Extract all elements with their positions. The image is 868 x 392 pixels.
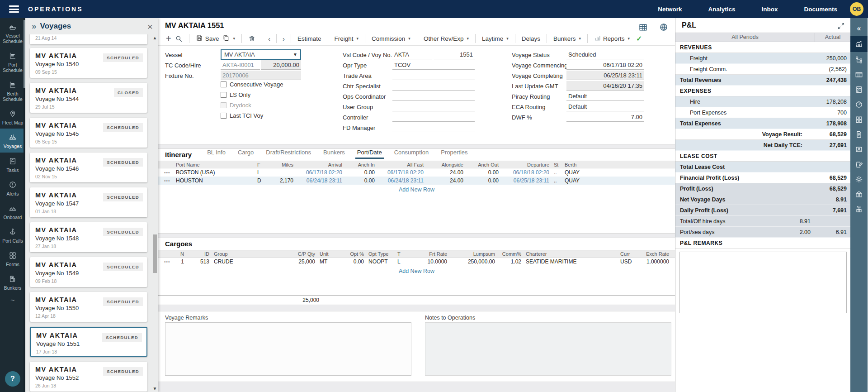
cell-all_fast[interactable]: 06/24/18 23:11 bbox=[377, 177, 426, 184]
expand-icon[interactable] bbox=[837, 22, 845, 32]
row-menu-icon[interactable]: ••• bbox=[162, 178, 174, 183]
cell-alongside[interactable]: 24.00 bbox=[426, 177, 466, 184]
voyage-card[interactable]: MV AKTAIAVoyage No 154909 Feb 18SCHEDULE… bbox=[30, 257, 147, 287]
cell-departure[interactable]: 06/18/18 02:20 bbox=[501, 169, 552, 176]
itinerary-row[interactable]: •••HOUSTOND2,17006/24/18 23:110.0006/24/… bbox=[158, 177, 675, 185]
vessel-select[interactable]: MV AKTAIA▼ bbox=[221, 49, 301, 60]
form-field-piracy-routing[interactable]: Default bbox=[566, 91, 644, 101]
other-rev-exp-menu[interactable]: Other Rev/Exp▾ bbox=[424, 35, 469, 42]
form-field-last-update-gmt[interactable]: 04/16/20 17:35 bbox=[566, 81, 644, 91]
reports-menu[interactable]: Reports▾ bbox=[594, 34, 630, 43]
notes-icon[interactable] bbox=[850, 157, 868, 172]
crane-icon[interactable] bbox=[850, 201, 868, 216]
tab-bl-info[interactable]: BL Info bbox=[207, 149, 226, 158]
scroll-up-icon[interactable]: ▲ bbox=[152, 35, 158, 40]
row-menu-icon[interactable]: ••• bbox=[162, 259, 174, 264]
sidebar-item-voyages[interactable]: Voyages bbox=[0, 129, 25, 152]
voyage-card[interactable]: MV AKTAIAVoyage No 154505 Sep 15SCHEDULE… bbox=[30, 118, 147, 148]
sidebar-item-tasks[interactable]: Tasks bbox=[0, 153, 25, 176]
top-link-analytics[interactable]: Analytics bbox=[708, 6, 735, 13]
laytime-menu[interactable]: Laytime▾ bbox=[482, 35, 509, 42]
cell-id[interactable]: 513 bbox=[186, 258, 212, 265]
cell-anch_out[interactable]: 0.00 bbox=[466, 177, 501, 184]
sidebar-item-bunkers[interactable]: Bunkers bbox=[0, 270, 25, 294]
tab-port-date[interactable]: Port/Date bbox=[357, 149, 382, 158]
tab-draft-restrictions[interactable]: Draft/Restrictions bbox=[266, 149, 311, 158]
expand-panel-icon[interactable]: » bbox=[32, 21, 37, 31]
itinerary-add-row[interactable]: Add New Row bbox=[158, 185, 675, 193]
cargoes-add-row[interactable]: Add New Row bbox=[158, 266, 675, 274]
copy-button[interactable]: ▾ bbox=[222, 34, 235, 43]
sidebar-item-onboard[interactable]: Onboard bbox=[0, 200, 25, 223]
cell-all_fast[interactable]: 06/17/18 02:20 bbox=[377, 169, 426, 176]
sidebar-item-vessel-schedule[interactable]: Vessel Schedule bbox=[0, 18, 25, 47]
cell-f[interactable]: L bbox=[255, 169, 267, 176]
add-button[interactable]: + bbox=[166, 33, 171, 44]
form-field-voyage-commencing[interactable]: 06/17/18 02:20 bbox=[566, 60, 644, 70]
sidebar-item-port-calls[interactable]: Port Calls bbox=[0, 223, 25, 247]
voyage-card[interactable]: MV AKTAIAVoyage No 154429 Jul 15CLOSED bbox=[30, 83, 147, 113]
cell-group[interactable]: CRUDE bbox=[212, 258, 279, 265]
contact-card-icon[interactable] bbox=[850, 142, 868, 157]
commission-menu[interactable]: Commission▾ bbox=[372, 35, 410, 42]
notes-to-operations-input[interactable] bbox=[425, 322, 671, 376]
form-field-fd-manager[interactable] bbox=[392, 123, 475, 132]
form-field-voyage-completing[interactable]: 06/25/18 23:11 bbox=[566, 71, 644, 80]
menu-icon[interactable] bbox=[9, 5, 19, 13]
cell-anch_in[interactable]: 0.00 bbox=[344, 169, 377, 176]
hierarchy-icon[interactable] bbox=[850, 52, 868, 67]
sidebar-item-alerts[interactable]: Alerts bbox=[0, 176, 25, 200]
voy-no-field[interactable]: 1551 bbox=[434, 50, 475, 59]
top-link-documents[interactable]: Documents bbox=[804, 6, 837, 13]
cell-exch_rate[interactable]: 1.000000 bbox=[636, 258, 671, 265]
cell-f[interactable]: D bbox=[255, 177, 267, 184]
sidebar-item-berth-schedule[interactable]: Berth Schedule bbox=[0, 76, 25, 105]
cell-miles[interactable]: 2,170 bbox=[267, 177, 296, 184]
tc-code-field[interactable]: AKTA-I0001 bbox=[221, 60, 260, 70]
cell-port[interactable]: HOUSTON bbox=[174, 177, 255, 184]
cell-qty[interactable]: 25,000 bbox=[279, 258, 317, 265]
top-link-inbox[interactable]: Inbox bbox=[761, 6, 778, 13]
pnl-column-header[interactable]: Actual bbox=[815, 33, 850, 42]
scroll-thumb[interactable] bbox=[153, 234, 157, 273]
form-field-controller[interactable] bbox=[392, 112, 475, 122]
voyage-card[interactable]: MV AKTAIAVoyage No 154701 Jan 18SCHEDULE… bbox=[30, 187, 147, 217]
row-menu-icon[interactable]: ••• bbox=[162, 170, 174, 175]
cell-arrival[interactable]: 06/24/18 23:11 bbox=[296, 177, 344, 184]
tab-properties[interactable]: Properties bbox=[441, 149, 467, 158]
checkbox-ls-only[interactable]: LS Only bbox=[221, 91, 250, 98]
vsl-code-field[interactable]: AKTA bbox=[392, 50, 432, 59]
table-icon[interactable] bbox=[850, 67, 868, 82]
avatar[interactable]: OB bbox=[850, 2, 863, 16]
estimate-button[interactable]: Estimate bbox=[297, 35, 321, 42]
close-icon[interactable]: × bbox=[147, 22, 153, 31]
cell-berth[interactable]: QUAY bbox=[562, 169, 675, 176]
cell-alongside[interactable]: 24.00 bbox=[426, 169, 466, 176]
cell-anch_in[interactable]: 0.00 bbox=[344, 177, 377, 184]
voyages-scrollbar[interactable]: ▲ ▼ bbox=[152, 35, 158, 391]
cell-t[interactable]: L bbox=[395, 258, 411, 265]
form-field-dwf-[interactable]: 7.00 bbox=[566, 112, 644, 122]
fixture-no-field[interactable]: 20170006 bbox=[221, 71, 301, 80]
cell-departure[interactable]: 06/25/18 23:11 bbox=[501, 177, 552, 184]
tab-consumption[interactable]: Consumption bbox=[394, 149, 429, 158]
sidebar-item-fleet-map[interactable]: Fleet Map bbox=[0, 105, 25, 129]
cell-st[interactable]: .. bbox=[552, 169, 562, 176]
tab-bunkers[interactable]: Bunkers bbox=[323, 149, 345, 158]
forms-icon[interactable] bbox=[850, 112, 868, 127]
cell-opt_pct[interactable]: 0.00 bbox=[340, 258, 366, 265]
cell-port[interactable]: BOSTON (USA) bbox=[174, 169, 255, 176]
voyage-card[interactable]: MV AKTAIAVoyage No 155012 Apr 18SCHEDULE… bbox=[30, 292, 147, 322]
pnl-period-header[interactable]: All Periods bbox=[675, 33, 815, 42]
gauge-icon[interactable] bbox=[850, 97, 868, 112]
bunkers-menu[interactable]: Bunkers▾ bbox=[553, 35, 581, 42]
cell-n[interactable]: 1 bbox=[174, 258, 186, 265]
voyage-remarks-input[interactable] bbox=[165, 322, 411, 376]
form-field-user-group[interactable] bbox=[392, 102, 475, 111]
voyage-card-partial[interactable]: 21 Aug 14 bbox=[30, 34, 147, 44]
collapse-right-icon[interactable]: « bbox=[850, 21, 868, 36]
itinerary-row[interactable]: •••BOSTON (USA)L06/17/18 02:200.0006/17/… bbox=[158, 168, 675, 177]
cell-unit[interactable]: MT bbox=[317, 258, 340, 265]
form-field-trade-area[interactable] bbox=[392, 71, 475, 80]
pnl-chart-icon[interactable] bbox=[850, 36, 868, 52]
